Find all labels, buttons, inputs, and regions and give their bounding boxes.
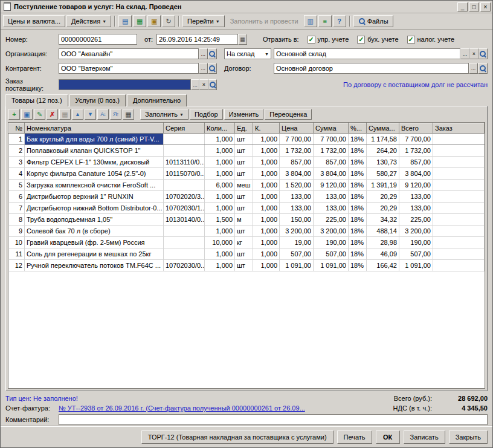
supplier-order-select-button[interactable]: ... [191, 79, 199, 90]
change-label: Изменить [229, 111, 259, 118]
files-button[interactable]: Файлы [353, 15, 393, 27]
checkbox-icon[interactable] [308, 36, 315, 44]
close-window-button[interactable]: Закрыть [449, 430, 488, 444]
contract-input[interactable] [274, 63, 469, 74]
col-header-coefficient: К. [253, 123, 280, 134]
table-body: 1 Бак круглый для воды 700 л (синий) PT-… [9, 134, 485, 271]
minimize-button[interactable]: _ [457, 2, 468, 11]
contract-open-button[interactable] [478, 63, 488, 74]
tab-goods[interactable]: Товары (12 поз.) [5, 94, 68, 106]
checkbox-icon[interactable] [357, 36, 365, 44]
price-type-value: Не заполнено! [33, 395, 78, 402]
tab-additional[interactable]: Дополнительно [127, 94, 187, 106]
warehouse-mode-select[interactable]: На склад ▼ [224, 48, 271, 59]
checkbox-nalog-uchete[interactable]: налог. учете [407, 36, 455, 44]
warehouse-input[interactable] [274, 48, 460, 59]
pencil-icon: ✎ [37, 111, 42, 118]
supplier-order-clear-button[interactable]: × [199, 79, 208, 90]
input-on-basis-button[interactable]: ▥ [304, 15, 317, 27]
calendar-button[interactable]: ▦ [238, 34, 247, 45]
change-button[interactable]: Изменить [224, 109, 264, 120]
pick-button[interactable]: Подбор [190, 109, 223, 120]
col-header-price: Цена [280, 123, 314, 134]
torg12-print-button[interactable]: ТОРГ-12 (Товарная накладная за поставщик… [141, 430, 334, 444]
delete-row-button[interactable]: ✗ [47, 109, 58, 120]
add-row-button[interactable]: + [8, 109, 20, 120]
date-input[interactable] [156, 34, 238, 45]
invoice-link[interactable]: № УТ--2938 от 26.09.2016 г. (Счет-фактур… [59, 404, 393, 412]
table-row[interactable]: 1 Бак круглый для воды 700 л (синий) PT-… [9, 134, 485, 145]
table-row[interactable]: 12 Ручной переключатель потоков TM.F64C … [9, 260, 485, 271]
sort-descending-button[interactable]: Я↑ [110, 109, 121, 120]
table-row[interactable]: 11 Соль для регенерации в мешках по 25кг… [9, 248, 485, 260]
prices-currency-button[interactable]: Цены и валюта... [3, 15, 65, 27]
warehouse-clear-button[interactable]: × [469, 48, 478, 59]
table-row[interactable]: 7 Дистрибьютор нижний Bottom Distributor… [9, 203, 485, 214]
organization-select-button[interactable]: ... [199, 48, 208, 59]
supplier-order-input[interactable] [59, 79, 191, 90]
fill-label: Заполнить [145, 111, 178, 118]
document-list-button[interactable]: ≡ [318, 15, 332, 27]
supplier-debt-link[interactable]: По договору с поставщиком долг не рассчи… [343, 81, 488, 88]
total-value: 28 692,00 [432, 395, 488, 402]
actions-button[interactable]: Действия ▼ [66, 15, 111, 27]
col-header-series: Серия [164, 123, 205, 134]
contragent-select-button[interactable]: ... [199, 63, 208, 74]
table-row[interactable]: 4 Корпус фильтра Canature 1054 (2.5"-0) … [9, 168, 485, 180]
table-row[interactable]: 6 Дистрибьютор верхний 1" RUNXIN 1070202… [9, 191, 485, 203]
organization-label: Организация: [5, 50, 59, 57]
sort-ascending-button[interactable]: А↓ [97, 109, 109, 120]
post-icon: ▦ [137, 18, 143, 25]
vat-value: 4 345,50 [432, 404, 488, 412]
organization-open-button[interactable] [208, 48, 217, 59]
copy-document-button[interactable]: ▣ [147, 15, 161, 27]
table-row[interactable]: 10 Гравий кварцевый (фр. 2-5мм) Россия 1… [9, 237, 485, 248]
toolbar-separator [349, 16, 350, 27]
price-type-link[interactable]: Тип цен: Не заполнено! [5, 395, 78, 402]
warehouse-select-button[interactable]: ... [460, 48, 469, 59]
goto-button[interactable]: Перейти ▼ [182, 15, 225, 27]
supplier-order-open-button[interactable] [208, 79, 217, 90]
reprice-button[interactable]: Переоценка [265, 109, 312, 120]
contragent-input[interactable] [59, 63, 199, 74]
table-row[interactable]: 8 Труба водоподъемная 1,05" 10130140/0..… [9, 214, 485, 226]
contragent-open-button[interactable] [208, 63, 217, 74]
number-input[interactable] [59, 34, 137, 45]
items-table: № Номенклатура Серия Коли... Ед. К. Цена… [8, 123, 485, 271]
write-button[interactable]: Записать [404, 430, 445, 444]
arrow-down-icon: ▼ [88, 111, 93, 117]
close-button[interactable]: × [480, 2, 491, 11]
items-grid: № Номенклатура Серия Коли... Ед. К. Цена… [8, 122, 485, 389]
move-row-up-button[interactable]: ▲ [72, 109, 83, 120]
move-row-down-button[interactable]: ▼ [85, 109, 96, 120]
ok-button[interactable]: ОК [376, 430, 400, 444]
save-document-button[interactable]: ▤ [118, 15, 132, 27]
fill-button[interactable]: Заполнить ▼ [140, 109, 188, 120]
tab-services[interactable]: Услуги (0 поз.) [69, 94, 126, 106]
checkbox-icon[interactable] [407, 36, 415, 44]
maximize-button[interactable]: □ [469, 2, 479, 11]
supplier-order-label: Заказ поставщику: [5, 77, 59, 92]
table-row[interactable]: 3 Фильтр CEPEX LF-1" 130мкм, дисковый 10… [9, 157, 485, 168]
table-row[interactable]: 2 Поплавковый клапан QUICKSTOP 1" 1,000 … [9, 145, 485, 157]
checkbox-buh-uchete[interactable]: бух. учете [357, 36, 398, 44]
help-button[interactable]: ? [333, 15, 346, 27]
grid-view-button: ▦ [59, 109, 71, 120]
warehouse-open-button[interactable] [478, 48, 488, 59]
table-row[interactable]: 5 Загрузка комплексной очистки FeroSoft … [9, 180, 485, 191]
print-button[interactable]: Печать [337, 430, 372, 444]
table-row[interactable]: 9 Солевой бак 70 л (в сборе) 1,000 шт 1,… [9, 226, 485, 237]
magnifier-icon [479, 50, 486, 57]
post-document-button[interactable]: ▦ [133, 15, 146, 27]
edit-row-button[interactable]: ✎ [34, 109, 45, 120]
list-settings-button[interactable]: ▦ [123, 109, 134, 120]
contract-select-button[interactable]: ... [469, 63, 478, 74]
reread-button[interactable]: ↻ [162, 15, 175, 27]
copy-row-button[interactable]: ▣ [21, 109, 33, 120]
document-footer: Тип цен: Не заполнено! Всего (руб.): 28 … [1, 391, 492, 426]
checkbox-upr-uchete[interactable]: упр. учете [308, 36, 349, 44]
organization-input[interactable] [59, 48, 199, 59]
total-label: Всего (руб.): [394, 395, 432, 402]
grid-icon: ▦ [62, 111, 68, 118]
comment-input[interactable] [59, 414, 488, 425]
